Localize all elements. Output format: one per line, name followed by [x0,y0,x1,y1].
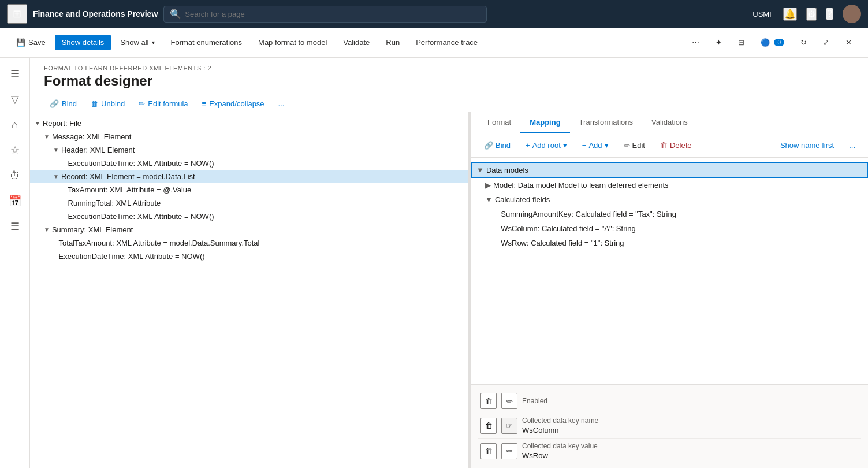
tab-format[interactable]: Format [478,112,520,133]
enabled-delete-button[interactable]: 🗑 [480,393,497,409]
add-button[interactable]: + Add ▾ [576,138,614,153]
show-all-caret-icon: ▾ [152,39,155,46]
search-icon: 🔍 [170,9,181,20]
expand-collapse-icon: ≡ [202,99,207,108]
bottom-properties-panel: 🗑 ✏ Enabled 🗑 [471,384,868,468]
edit-pencil-icon: ✏ [624,141,630,150]
panel-icon[interactable]: ⊟ [731,35,751,50]
enabled-label: Enabled [522,397,547,405]
expand-icon: ▼ [44,133,50,140]
sidebar-favorites-icon[interactable]: ☆ [3,139,27,162]
spacer [494,224,498,233]
notification-badge-button[interactable]: 🔵 0 [754,35,791,50]
expand-icon: ▼ [53,147,59,153]
tree-item[interactable]: ExecutionDateTime: XML Attribute = NOW() [30,210,468,223]
nav-right: USMF 🔔 ⚙ ? [752,5,861,23]
sidebar-filter-icon[interactable]: ▽ [3,88,27,111]
add-root-button[interactable]: + Add root ▾ [520,138,573,153]
model-item-data-models[interactable]: ▼ Data models [471,162,868,178]
run-button[interactable]: Run [379,35,407,50]
tree-item[interactable]: TotalTaxAmount: XML Attribute = model.Da… [30,236,468,250]
pencil-icon: ✏ [506,447,513,455]
breadcrumb: FORMAT TO LEARN DEFERRED XML ELEMENTS : … [44,65,854,72]
key-value-field: Collected data key value WsRow [522,442,598,460]
mapping-tabs: Format Mapping Transformations Validatio… [471,112,868,133]
tab-mapping[interactable]: Mapping [520,112,569,133]
key-name-delete-button[interactable]: 🗑 [480,418,497,434]
help-question-icon[interactable]: ? [826,8,833,20]
tab-validations[interactable]: Validations [642,112,697,133]
app-title: Finance and Operations Preview [33,9,158,18]
show-details-button[interactable]: Show details [55,35,111,50]
close-button[interactable]: ✕ [839,35,859,50]
key-value-label: Collected data key value [522,442,598,450]
tree-item[interactable]: ▼ Report: File [30,117,468,130]
notification-bell-icon[interactable]: 🔔 [783,8,797,21]
add-plus-icon: + [582,141,587,150]
expand-collapse-button[interactable]: ≡ Expand/collapse [196,96,270,112]
sidebar-nav: ☰ ▽ ⌂ ☆ ⏱ 📅 ☰ [0,58,30,468]
expand-icon [62,187,66,193]
expand-icon: ▼ [53,173,59,180]
validate-button[interactable]: Validate [336,35,377,50]
settings-gear-icon[interactable]: ⚙ [806,8,817,21]
model-item-ws-column[interactable]: WsColumn: Calculated field = "A": String [471,221,868,236]
tree-item[interactable]: TaxAmount: XML Attribute = @.Value [30,183,468,196]
sidebar-menu-icon[interactable]: ☰ [3,62,27,86]
tree-item[interactable]: ExecutionDateTime: XML Attribute = NOW() [30,250,468,263]
sidebar-modules-icon[interactable]: ☰ [3,215,27,238]
map-format-to-model-button[interactable]: Map format to model [251,35,334,50]
user-avatar[interactable] [843,5,861,23]
bind-button[interactable]: 🔗 Bind [44,96,83,112]
model-item-ws-row[interactable]: WsRow: Calculated field = "1": String [471,236,868,250]
toolbar-right: ⋯ ✦ ⊟ 🔵 0 ↻ ⤢ ✕ [685,35,859,50]
key-value-delete-button[interactable]: 🗑 [480,443,497,459]
expand-icon: ▼ [44,226,50,233]
show-name-first-button[interactable]: Show name first [774,138,840,153]
add-root-plus-icon: + [526,141,530,150]
app-grid-icon[interactable]: ⊞ [7,4,27,24]
search-input[interactable] [185,10,480,18]
mapping-more-button[interactable]: ... [843,138,861,153]
open-in-new-button[interactable]: ⤢ [816,35,836,50]
edit-button[interactable]: ✏ Edit [618,138,651,153]
show-all-button[interactable]: Show all ▾ [113,35,161,50]
sidebar-recent-icon[interactable]: ⏱ [3,164,27,187]
pin-icon[interactable]: ✦ [709,35,729,50]
save-button[interactable]: 💾 Save [9,35,53,50]
page-more-button[interactable]: ... [273,96,290,112]
performance-trace-button[interactable]: Performance trace [409,35,485,50]
split-pane: ▼ Report: File ▼ Message: XML Element ▼ … [30,112,868,468]
edit-formula-button[interactable]: ✏ Edit formula [133,96,193,112]
sidebar-home-icon[interactable]: ⌂ [3,113,27,136]
pencil-icon: ✏ [506,397,513,406]
expand-icon: ▶ [485,181,491,190]
refresh-button[interactable]: ↻ [794,35,814,50]
enabled-field: Enabled [522,397,547,405]
tree-item[interactable]: ExecutionDateTime: XML Attribute = NOW() [30,157,468,170]
tree-item[interactable]: RunningTotal: XML Attribute [30,196,468,210]
unbind-button[interactable]: 🗑 Unbind [85,96,131,112]
model-item-calculated-fields[interactable]: ▼ Calculated fields [471,192,868,207]
model-item-summing-amount-key[interactable]: SummingAmountKey: Calculated field = "Ta… [471,207,868,221]
main-toolbar: 💾 Save Show details Show all ▾ Format en… [0,28,868,58]
bottom-row-key-name: 🗑 ☞ Collected data key name WsColumn [478,413,861,439]
toolbar-more-button[interactable]: ⋯ [685,35,706,50]
sidebar-workspaces-icon[interactable]: 📅 [3,190,27,213]
tree-item-selected[interactable]: ▼ Record: XML Element = model.Data.List [30,170,468,183]
delete-trash-icon: 🗑 [660,141,668,150]
user-label: USMF [752,10,774,18]
unbind-trash-icon: 🗑 [91,99,98,108]
tab-transformations[interactable]: Transformations [570,112,642,133]
key-name-edit-button[interactable]: ☞ [501,418,517,434]
tree-item[interactable]: ▼ Header: XML Element [30,143,468,157]
model-item-model[interactable]: ▶ Model: Data model Model to learn defer… [471,178,868,192]
enabled-edit-button[interactable]: ✏ [501,393,517,409]
tree-item[interactable]: ▼ Summary: XML Element [30,223,468,236]
tree-item[interactable]: ▼ Message: XML Element [30,130,468,143]
mapping-bind-button[interactable]: 🔗 Bind [478,138,516,153]
delete-button[interactable]: 🗑 Delete [654,138,698,153]
expand-icon [62,160,66,166]
key-value-edit-button[interactable]: ✏ [501,443,517,459]
format-enumerations-button[interactable]: Format enumerations [164,35,249,50]
